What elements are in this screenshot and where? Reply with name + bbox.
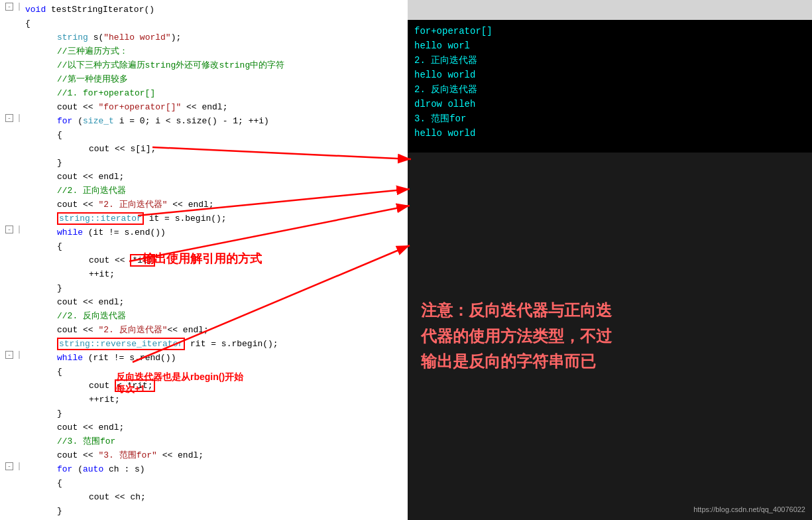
code-text-30: } bbox=[23, 407, 408, 421]
note-panel: 注意：反向迭代器与正向迭代器的使用方法类型，不过输出是反向的字符串而已 http… bbox=[408, 153, 812, 520]
code-text-7: //1. for+operator[] bbox=[23, 86, 408, 100]
code-line-37: } bbox=[0, 504, 408, 518]
gutter-1: - bbox=[0, 3, 20, 11]
collapse-9[interactable]: - bbox=[5, 114, 13, 122]
code-line-4: //三种遍历方式： bbox=[0, 44, 408, 58]
code-text-26: while (rit != s.rend()) bbox=[23, 351, 408, 365]
code-text-22: cout << endl; bbox=[23, 295, 408, 309]
code-line-11: cout << s[i]; bbox=[0, 142, 408, 156]
term-line-8: hello world bbox=[414, 126, 805, 141]
term-line-4: hello world bbox=[414, 68, 805, 82]
code-text-16: string::iterator it = s.begin(); bbox=[23, 212, 408, 226]
code-text-23: //2. 反向迭代器 bbox=[23, 309, 408, 323]
code-line-21: } bbox=[0, 281, 408, 295]
code-line-9: - for (size_t i = 0; i < s.size() - 1; +… bbox=[0, 114, 408, 128]
code-text-10: { bbox=[23, 128, 408, 142]
terminal-output: for+operator[] hello worl 2. 正向迭代器 hello… bbox=[408, 20, 812, 153]
collapse-34[interactable]: - bbox=[5, 462, 13, 470]
code-line-20: ++it; bbox=[0, 267, 408, 281]
code-line-6: //第一种使用较多 bbox=[0, 72, 408, 86]
right-panel: for+operator[] hello worl 2. 正向迭代器 hello… bbox=[408, 0, 812, 520]
code-text-3: string s("hello world"); bbox=[23, 31, 408, 44]
code-text-37: } bbox=[23, 504, 408, 518]
gutter-17: - bbox=[0, 226, 20, 233]
gutter-26: - bbox=[0, 351, 20, 359]
code-line-34: - for (auto ch : s) bbox=[0, 462, 408, 476]
code-line-12: } bbox=[0, 156, 408, 170]
code-text-35: { bbox=[23, 476, 408, 490]
collapse-17[interactable]: - bbox=[5, 226, 13, 233]
code-line-15: cout << "2. 正向迭代器" << endl; bbox=[0, 198, 408, 212]
code-text-13: cout << endl; bbox=[23, 170, 408, 184]
code-text-36: cout << ch; bbox=[23, 490, 408, 504]
code-text-24: cout << "2. 反向迭代器"<< endl; bbox=[23, 323, 408, 337]
annotation-dereference: 输出使用解引用的方式 bbox=[143, 251, 262, 267]
code-line-2: { bbox=[0, 17, 408, 31]
terminal-top: for+operator[] hello worl 2. 正向迭代器 hello… bbox=[408, 0, 812, 153]
code-text-32: //3. 范围for bbox=[23, 434, 408, 448]
code-line-7: //1. for+operator[] bbox=[0, 86, 408, 100]
collapse-26[interactable]: - bbox=[5, 351, 13, 359]
code-text-8: cout << "for+operator[]" << endl; bbox=[23, 100, 408, 114]
note-text: 注意：反向迭代器与正向迭代器的使用方法类型，不过输出是反向的字符串而已 bbox=[421, 298, 799, 374]
code-text-33: cout << "3. 范围for" << endl; bbox=[23, 448, 408, 462]
term-line-7: 3. 范围for bbox=[414, 111, 805, 126]
code-line-3: string s("hello world"); bbox=[0, 31, 408, 44]
csdn-url: https://blog.csdn.net/qq_40076022 bbox=[693, 505, 805, 513]
code-text-15: cout << "2. 正向迭代器" << endl; bbox=[23, 198, 408, 212]
code-line-33: cout << "3. 范围for" << endl; bbox=[0, 448, 408, 462]
code-text-34: for (auto ch : s) bbox=[23, 462, 408, 476]
collapse-1[interactable]: - bbox=[5, 3, 13, 11]
code-line-10: { bbox=[0, 128, 408, 142]
term-line-1: for+operator[] bbox=[414, 24, 805, 38]
code-text-6: //第一种使用较多 bbox=[23, 72, 408, 86]
code-text-5: //以下三种方式除遍历string外还可修改string中的字符 bbox=[23, 58, 408, 72]
code-text-25: string::reverse_iterator rit = s.rbegin(… bbox=[23, 337, 408, 351]
code-text-1: void testStringIterator() bbox=[23, 3, 408, 17]
code-line-5: //以下三种方式除遍历string外还可修改string中的字符 bbox=[0, 58, 408, 72]
code-line-8: cout << "for+operator[]" << endl; bbox=[0, 100, 408, 114]
gutter-9: - bbox=[0, 114, 20, 122]
code-text-9: for (size_t i = 0; i < s.size() - 1; ++i… bbox=[23, 114, 408, 128]
code-text-17: while (it != s.end()) bbox=[23, 226, 408, 239]
code-text-11: cout << s[i]; bbox=[23, 142, 408, 156]
code-line-22: cout << endl; bbox=[0, 295, 408, 309]
code-line-30: } bbox=[0, 407, 408, 421]
code-line-14: //2. 正向迭代器 bbox=[0, 184, 408, 198]
code-text-14: //2. 正向迭代器 bbox=[23, 184, 408, 198]
code-line-24: cout << "2. 反向迭代器"<< endl; bbox=[0, 323, 408, 337]
code-text-20: ++it; bbox=[23, 267, 408, 281]
term-line-3: 2. 正向迭代器 bbox=[414, 53, 805, 68]
term-line-5: 2. 反向迭代器 bbox=[414, 82, 805, 97]
code-text-2: { bbox=[23, 17, 408, 31]
code-line-16: string::iterator it = s.begin(); bbox=[0, 212, 408, 226]
term-line-2: hello worl bbox=[414, 38, 805, 53]
code-text-31: cout << endl; bbox=[23, 421, 408, 434]
code-line-35: { bbox=[0, 476, 408, 490]
code-text-12: } bbox=[23, 156, 408, 170]
code-text-21: } bbox=[23, 281, 408, 295]
code-line-17: - while (it != s.end()) bbox=[0, 226, 408, 239]
code-line-25: string::reverse_iterator rit = s.rbegin(… bbox=[0, 337, 408, 351]
code-text-4: //三种遍历方式： bbox=[23, 44, 408, 58]
term-line-6: dlrow olleh bbox=[414, 97, 805, 111]
annotation-reverse: 反向迭代器也是从rbegin()开始每次+1 bbox=[116, 371, 243, 395]
terminal-bar bbox=[408, 0, 812, 20]
code-line-26: - while (rit != s.rend()) bbox=[0, 351, 408, 365]
code-line-23: //2. 反向迭代器 bbox=[0, 309, 408, 323]
code-line-31: cout << endl; bbox=[0, 421, 408, 434]
code-line-13: cout << endl; bbox=[0, 170, 408, 184]
code-line-1: - void testStringIterator() bbox=[0, 3, 408, 17]
gutter-34: - bbox=[0, 462, 20, 470]
code-line-32: //3. 范围for bbox=[0, 434, 408, 448]
code-line-36: cout << ch; bbox=[0, 490, 408, 504]
